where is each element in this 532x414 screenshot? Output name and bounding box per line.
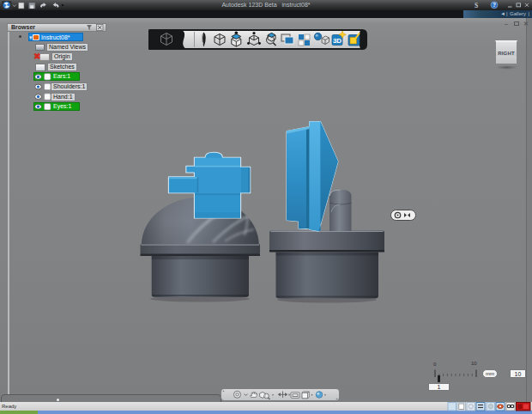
svg-text:3D: 3D [333,37,342,45]
svg-text:?: ? [493,2,496,8]
svg-text:S: S [475,2,478,9]
